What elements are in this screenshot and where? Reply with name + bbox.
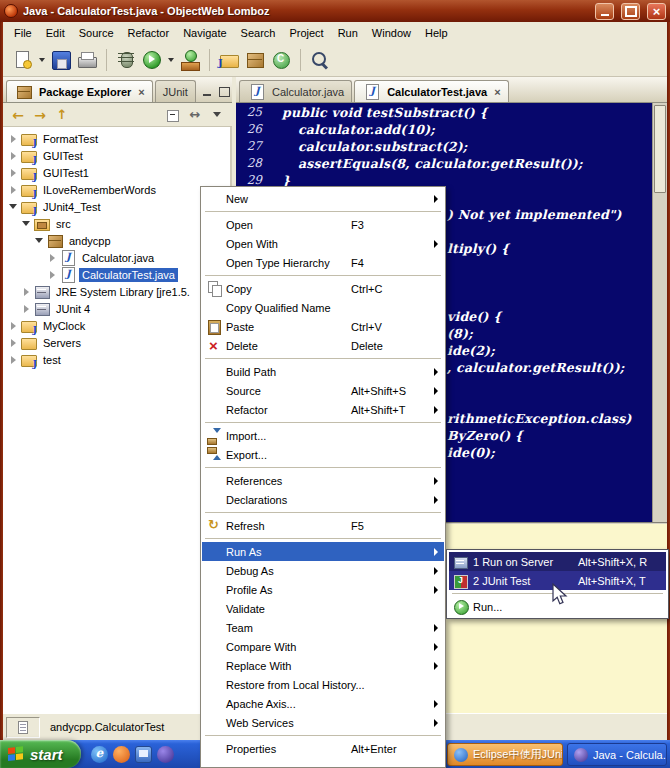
restore-button[interactable]: [621, 3, 640, 20]
tree-item-formattest[interactable]: FormatTest: [3, 130, 230, 147]
tree-item-src[interactable]: src: [3, 215, 230, 232]
tree-item-myclock[interactable]: MyClock: [3, 317, 230, 334]
expander-expanded-icon[interactable]: [20, 218, 32, 230]
expander-collapsed-icon[interactable]: [20, 303, 32, 315]
menu-help[interactable]: Help: [418, 24, 455, 42]
forward-icon[interactable]: [29, 105, 51, 125]
tree-item-test[interactable]: test: [3, 351, 230, 368]
submenu-item-run-on-server[interactable]: 1 Run on Server Alt+Shift+X, R: [449, 552, 666, 571]
menu-item-refresh[interactable]: Refresh F5: [202, 516, 444, 535]
minimize-button[interactable]: [595, 3, 614, 20]
maximize-view-icon[interactable]: [216, 85, 229, 98]
external-tools-icon[interactable]: [178, 48, 202, 72]
start-button[interactable]: start: [0, 740, 81, 768]
close-view-icon[interactable]: [138, 86, 144, 98]
new-java-project-icon[interactable]: [217, 48, 241, 72]
expander-collapsed-icon[interactable]: [7, 150, 19, 162]
tree-item-jre-system-library[interactable]: JRE System Library [jre1.5.: [3, 283, 230, 300]
menu-item-apache-axis[interactable]: Apache Axis...: [202, 694, 444, 713]
menu-project[interactable]: Project: [282, 24, 330, 42]
menu-item-debug-as[interactable]: Debug As: [202, 561, 444, 580]
menu-edit[interactable]: Edit: [39, 24, 72, 42]
tree-item-guitest1[interactable]: GUITest1: [3, 164, 230, 181]
menu-file[interactable]: File: [7, 24, 39, 42]
tree-item-junit-4[interactable]: JUnit 4: [3, 300, 230, 317]
menu-item-replace-with[interactable]: Replace With: [202, 656, 444, 675]
new-wizard-dropdown-icon[interactable]: [37, 48, 47, 72]
collapse-all-icon[interactable]: [162, 105, 184, 125]
save-icon[interactable]: [49, 48, 73, 72]
close-button[interactable]: [647, 3, 666, 20]
tree-item-guitest[interactable]: GUITest: [3, 147, 230, 164]
expander-collapsed-icon[interactable]: [7, 354, 19, 366]
internet-explorer-icon[interactable]: [91, 746, 108, 763]
tab-junit[interactable]: JUnit: [155, 80, 196, 102]
expander-expanded-icon[interactable]: [33, 235, 45, 247]
tab-calculatortest-java[interactable]: CalculatorTest.java: [354, 80, 509, 102]
tree-item-servers[interactable]: Servers: [3, 334, 230, 351]
menu-item-declarations[interactable]: Declarations: [202, 490, 444, 509]
menu-item-validate[interactable]: Validate: [202, 599, 444, 618]
tab-package-explorer[interactable]: Package Explorer: [6, 80, 153, 102]
menu-refactor[interactable]: Refactor: [121, 24, 177, 42]
tree-item-junit4-test[interactable]: JUnit4_Test: [3, 198, 230, 215]
menu-item-run-as[interactable]: Run As: [202, 542, 444, 561]
expander-collapsed-icon[interactable]: [46, 269, 58, 281]
menu-item-profile-as[interactable]: Profile As: [202, 580, 444, 599]
tree-item-calculator-java[interactable]: Calculator.java: [3, 249, 230, 266]
menu-item-export[interactable]: Export...: [202, 445, 444, 464]
tab-calculator-java[interactable]: Calculator.java: [239, 80, 352, 102]
menu-item-open-with[interactable]: Open With: [202, 234, 444, 253]
view-menu-icon[interactable]: [206, 105, 228, 125]
menu-item-properties[interactable]: Properties Alt+Enter: [202, 739, 444, 758]
menu-item-source[interactable]: Source Alt+Shift+S: [202, 381, 444, 400]
new-wizard-icon[interactable]: [11, 48, 35, 72]
taskbar-window-eclipse[interactable]: Java - Calcula...: [567, 743, 667, 766]
menu-item-new[interactable]: New: [202, 189, 444, 208]
up-icon[interactable]: [51, 105, 73, 125]
tree-item-andycpp[interactable]: andycpp: [3, 232, 230, 249]
minimize-view-icon[interactable]: [200, 85, 213, 98]
new-class-icon[interactable]: [269, 48, 293, 72]
title-bar[interactable]: Java - CalculatorTest.java - ObjectWeb L…: [0, 0, 670, 22]
menu-item-build-path[interactable]: Build Path: [202, 362, 444, 381]
menu-item-refactor[interactable]: Refactor Alt+Shift+T: [202, 400, 444, 419]
close-tab-icon[interactable]: [494, 86, 500, 98]
new-package-icon[interactable]: [243, 48, 267, 72]
menu-navigate[interactable]: Navigate: [176, 24, 233, 42]
menu-item-compare-with[interactable]: Compare With: [202, 637, 444, 656]
menu-item-copy[interactable]: Copy Ctrl+C: [202, 279, 444, 298]
menu-item-delete[interactable]: Delete Delete: [202, 336, 444, 355]
link-with-editor-icon[interactable]: [184, 105, 206, 125]
expander-collapsed-icon[interactable]: [7, 320, 19, 332]
run-dropdown-icon[interactable]: [166, 48, 176, 72]
menu-item-open[interactable]: Open F3: [202, 215, 444, 234]
print-icon[interactable]: [75, 48, 99, 72]
menu-item-open-type-hierarchy[interactable]: Open Type Hierarchy F4: [202, 253, 444, 272]
expander-collapsed-icon[interactable]: [46, 252, 58, 264]
menu-item-team[interactable]: Team: [202, 618, 444, 637]
menu-source[interactable]: Source: [72, 24, 121, 42]
expander-collapsed-icon[interactable]: [7, 167, 19, 179]
expander-collapsed-icon[interactable]: [7, 337, 19, 349]
expander-collapsed-icon[interactable]: [7, 133, 19, 145]
tree-item-iloverememberwords[interactable]: ILoveRememberWords: [3, 181, 230, 198]
run-icon[interactable]: [140, 48, 164, 72]
menu-window[interactable]: Window: [365, 24, 418, 42]
expander-expanded-icon[interactable]: [7, 201, 19, 213]
menu-item-restore-from-local-history[interactable]: Restore from Local History...: [202, 675, 444, 694]
expander-collapsed-icon[interactable]: [20, 286, 32, 298]
firefox-icon[interactable]: [113, 746, 130, 763]
debug-icon[interactable]: [114, 48, 138, 72]
taskbar-window-browser[interactable]: Eclipse中使用JUnit...: [447, 743, 563, 766]
tree-item-calculatortest-java[interactable]: CalculatorTest.java: [3, 266, 230, 283]
back-icon[interactable]: [7, 105, 29, 125]
show-desktop-icon[interactable]: [135, 746, 152, 763]
menu-item-references[interactable]: References: [202, 471, 444, 490]
menu-item-import[interactable]: Import...: [202, 426, 444, 445]
menu-run[interactable]: Run: [331, 24, 365, 42]
menu-item-web-services[interactable]: Web Services: [202, 713, 444, 732]
menu-item-copy-qualified-name[interactable]: Copy Qualified Name: [202, 298, 444, 317]
scrollbar-thumb[interactable]: [654, 105, 666, 193]
expander-collapsed-icon[interactable]: [7, 184, 19, 196]
